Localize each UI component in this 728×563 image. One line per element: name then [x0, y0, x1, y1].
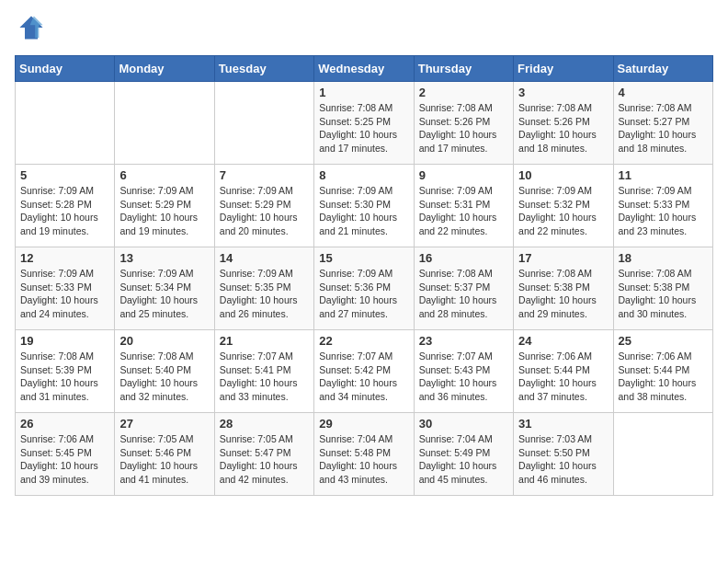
- day-info: Sunrise: 7:04 AM Sunset: 5:49 PM Dayligh…: [419, 432, 508, 487]
- day-number: 27: [119, 417, 209, 431]
- day-info: Sunrise: 7:09 AM Sunset: 5:33 PM Dayligh…: [20, 267, 109, 321]
- day-number: 22: [319, 334, 408, 348]
- day-info: Sunrise: 7:07 AM Sunset: 5:42 PM Dayligh…: [319, 350, 408, 404]
- day-info: Sunrise: 7:06 AM Sunset: 5:45 PM Dayligh…: [20, 432, 109, 487]
- day-number: 9: [419, 168, 508, 182]
- day-number: 26: [20, 417, 109, 431]
- day-info: Sunrise: 7:07 AM Sunset: 5:43 PM Dayligh…: [419, 350, 508, 404]
- day-info: Sunrise: 7:06 AM Sunset: 5:44 PM Dayligh…: [619, 350, 708, 404]
- cell-w2-d6: 11Sunrise: 7:09 AM Sunset: 5:33 PM Dayli…: [613, 165, 712, 247]
- day-info: Sunrise: 7:08 AM Sunset: 5:39 PM Dayligh…: [20, 350, 109, 404]
- day-info: Sunrise: 7:08 AM Sunset: 5:38 PM Dayligh…: [619, 267, 708, 321]
- cell-w4-d2: 21Sunrise: 7:07 AM Sunset: 5:41 PM Dayli…: [214, 330, 313, 413]
- cell-w4-d0: 19Sunrise: 7:08 AM Sunset: 5:39 PM Dayli…: [16, 330, 115, 413]
- cell-w1-d6: 4Sunrise: 7:08 AM Sunset: 5:27 PM Daylig…: [613, 82, 712, 165]
- cell-w2-d1: 6Sunrise: 7:09 AM Sunset: 5:29 PM Daylig…: [115, 165, 214, 247]
- day-number: 16: [419, 251, 508, 265]
- header-thursday: Thursday: [414, 56, 513, 82]
- day-info: Sunrise: 7:09 AM Sunset: 5:30 PM Dayligh…: [319, 184, 408, 238]
- cell-w3-d1: 13Sunrise: 7:09 AM Sunset: 5:34 PM Dayli…: [115, 247, 214, 330]
- calendar-table: SundayMondayTuesdayWednesdayThursdayFrid…: [15, 55, 713, 496]
- day-info: Sunrise: 7:09 AM Sunset: 5:36 PM Dayligh…: [319, 267, 408, 321]
- day-info: Sunrise: 7:08 AM Sunset: 5:26 PM Dayligh…: [518, 101, 608, 155]
- day-number: 20: [119, 334, 209, 348]
- week-row-1: 1Sunrise: 7:08 AM Sunset: 5:25 PM Daylig…: [16, 82, 713, 165]
- cell-w1-d5: 3Sunrise: 7:08 AM Sunset: 5:26 PM Daylig…: [514, 82, 613, 165]
- cell-w1-d0: [16, 82, 115, 165]
- day-number: 14: [220, 251, 309, 265]
- header-friday: Friday: [514, 56, 613, 82]
- cell-w4-d3: 22Sunrise: 7:07 AM Sunset: 5:42 PM Dayli…: [314, 330, 414, 413]
- cell-w3-d4: 16Sunrise: 7:08 AM Sunset: 5:37 PM Dayli…: [414, 247, 513, 330]
- day-info: Sunrise: 7:08 AM Sunset: 5:38 PM Dayligh…: [518, 267, 608, 321]
- header-saturday: Saturday: [613, 56, 712, 82]
- day-number: 28: [220, 417, 309, 431]
- day-info: Sunrise: 7:08 AM Sunset: 5:37 PM Dayligh…: [419, 267, 508, 321]
- day-info: Sunrise: 7:08 AM Sunset: 5:25 PM Dayligh…: [319, 101, 408, 155]
- cell-w4-d5: 24Sunrise: 7:06 AM Sunset: 5:44 PM Dayli…: [514, 330, 613, 413]
- day-number: 13: [119, 251, 209, 265]
- cell-w2-d4: 9Sunrise: 7:09 AM Sunset: 5:31 PM Daylig…: [414, 165, 513, 247]
- cell-w4-d4: 23Sunrise: 7:07 AM Sunset: 5:43 PM Dayli…: [414, 330, 513, 413]
- cell-w1-d1: [115, 82, 214, 165]
- day-number: 10: [518, 168, 608, 182]
- page-header: [15, 15, 713, 44]
- week-row-4: 19Sunrise: 7:08 AM Sunset: 5:39 PM Dayli…: [16, 330, 713, 413]
- day-info: Sunrise: 7:03 AM Sunset: 5:50 PM Dayligh…: [518, 432, 608, 487]
- day-info: Sunrise: 7:08 AM Sunset: 5:40 PM Dayligh…: [119, 350, 209, 404]
- cell-w2-d2: 7Sunrise: 7:09 AM Sunset: 5:29 PM Daylig…: [214, 165, 313, 247]
- svg-marker-0: [19, 16, 42, 39]
- day-number: 18: [619, 251, 708, 265]
- cell-w1-d3: 1Sunrise: 7:08 AM Sunset: 5:25 PM Daylig…: [314, 82, 414, 165]
- cell-w3-d5: 17Sunrise: 7:08 AM Sunset: 5:38 PM Dayli…: [514, 247, 613, 330]
- cell-w3-d0: 12Sunrise: 7:09 AM Sunset: 5:33 PM Dayli…: [16, 247, 115, 330]
- day-number: 7: [220, 168, 309, 182]
- cell-w4-d6: 25Sunrise: 7:06 AM Sunset: 5:44 PM Dayli…: [613, 330, 712, 413]
- day-info: Sunrise: 7:08 AM Sunset: 5:27 PM Dayligh…: [619, 101, 708, 155]
- day-info: Sunrise: 7:09 AM Sunset: 5:32 PM Dayligh…: [518, 184, 608, 238]
- day-number: 8: [319, 168, 408, 182]
- logo-icon: [18, 15, 44, 40]
- logo: [15, 15, 48, 44]
- day-number: 15: [319, 251, 408, 265]
- day-info: Sunrise: 7:06 AM Sunset: 5:44 PM Dayligh…: [518, 350, 608, 404]
- day-number: 25: [619, 334, 708, 348]
- day-number: 1: [319, 86, 408, 99]
- day-info: Sunrise: 7:05 AM Sunset: 5:47 PM Dayligh…: [220, 432, 309, 487]
- week-row-3: 12Sunrise: 7:09 AM Sunset: 5:33 PM Dayli…: [16, 247, 713, 330]
- header-sunday: Sunday: [16, 56, 115, 82]
- cell-w4-d1: 20Sunrise: 7:08 AM Sunset: 5:40 PM Dayli…: [115, 330, 214, 413]
- cell-w3-d2: 14Sunrise: 7:09 AM Sunset: 5:35 PM Dayli…: [214, 247, 313, 330]
- day-number: 24: [518, 334, 608, 348]
- day-number: 29: [319, 417, 408, 431]
- day-info: Sunrise: 7:09 AM Sunset: 5:31 PM Dayligh…: [419, 184, 508, 238]
- day-number: 17: [518, 251, 608, 265]
- week-row-2: 5Sunrise: 7:09 AM Sunset: 5:28 PM Daylig…: [16, 165, 713, 247]
- day-number: 3: [518, 86, 608, 99]
- day-info: Sunrise: 7:07 AM Sunset: 5:41 PM Dayligh…: [220, 350, 309, 404]
- cell-w2-d5: 10Sunrise: 7:09 AM Sunset: 5:32 PM Dayli…: [514, 165, 613, 247]
- cell-w5-d5: 31Sunrise: 7:03 AM Sunset: 5:50 PM Dayli…: [514, 413, 613, 496]
- day-number: 23: [419, 334, 508, 348]
- day-info: Sunrise: 7:09 AM Sunset: 5:28 PM Dayligh…: [20, 184, 109, 238]
- cell-w5-d6: [613, 413, 712, 496]
- cell-w5-d3: 29Sunrise: 7:04 AM Sunset: 5:48 PM Dayli…: [314, 413, 414, 496]
- day-number: 31: [518, 417, 608, 431]
- header-monday: Monday: [115, 56, 214, 82]
- cell-w3-d3: 15Sunrise: 7:09 AM Sunset: 5:36 PM Dayli…: [314, 247, 414, 330]
- cell-w1-d4: 2Sunrise: 7:08 AM Sunset: 5:26 PM Daylig…: [414, 82, 513, 165]
- weekday-header-row: SundayMondayTuesdayWednesdayThursdayFrid…: [16, 56, 713, 82]
- cell-w3-d6: 18Sunrise: 7:08 AM Sunset: 5:38 PM Dayli…: [613, 247, 712, 330]
- cell-w2-d0: 5Sunrise: 7:09 AM Sunset: 5:28 PM Daylig…: [16, 165, 115, 247]
- week-row-5: 26Sunrise: 7:06 AM Sunset: 5:45 PM Dayli…: [16, 413, 713, 496]
- day-number: 2: [419, 86, 508, 99]
- cell-w5-d4: 30Sunrise: 7:04 AM Sunset: 5:49 PM Dayli…: [414, 413, 513, 496]
- day-info: Sunrise: 7:09 AM Sunset: 5:35 PM Dayligh…: [220, 267, 309, 321]
- cell-w1-d2: [214, 82, 313, 165]
- header-tuesday: Tuesday: [214, 56, 313, 82]
- day-number: 4: [619, 86, 708, 99]
- day-number: 5: [20, 168, 109, 182]
- day-info: Sunrise: 7:09 AM Sunset: 5:34 PM Dayligh…: [119, 267, 209, 321]
- day-info: Sunrise: 7:09 AM Sunset: 5:29 PM Dayligh…: [119, 184, 209, 238]
- day-number: 12: [20, 251, 109, 265]
